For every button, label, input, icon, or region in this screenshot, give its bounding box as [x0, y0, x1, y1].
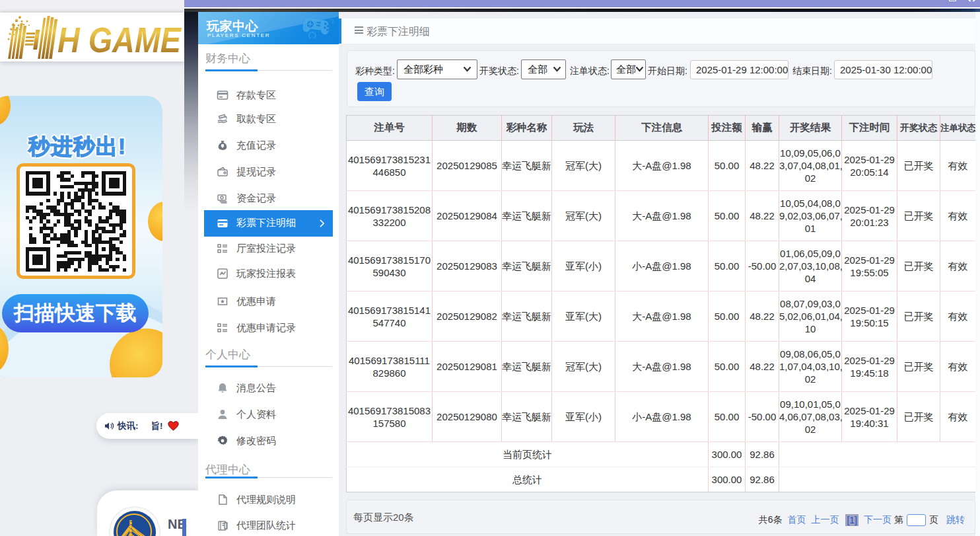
- svg-text:H GAME: H GAME: [57, 20, 182, 59]
